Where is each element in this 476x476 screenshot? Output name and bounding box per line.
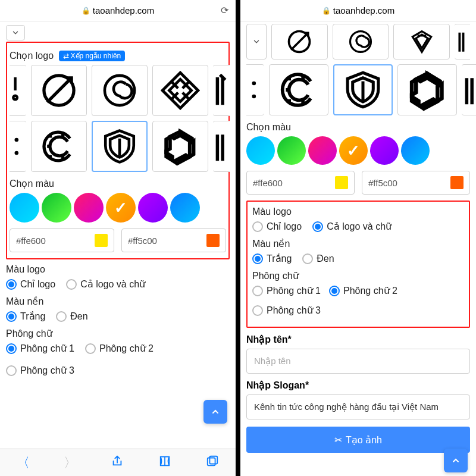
phong-radios-right: Phông chữ 1 Phông chữ 2 Phông chữ 3 [252, 285, 464, 316]
mau-nen-title-left: Màu nền [6, 296, 230, 307]
slogan-label: Nhập Slogan* [246, 380, 470, 391]
swatch-blue[interactable] [401, 136, 430, 165]
scissors-icon: ✂ [334, 434, 342, 446]
swatch-pink[interactable] [308, 136, 337, 165]
radio-phong-3[interactable]: Phông chữ 3 [6, 365, 230, 376]
radio-den[interactable]: Đen [302, 253, 334, 264]
bookmarks-icon[interactable] [158, 455, 172, 471]
logo-option-edge-left[interactable] [246, 64, 264, 115]
hex-input-2[interactable]: #ff5c00 [121, 228, 226, 252]
radio-phong-1[interactable]: Phông chữ 1 [6, 343, 74, 354]
hex-chip-orange [206, 234, 220, 247]
chevron-up-icon [211, 407, 220, 416]
swatch-orange-selected[interactable]: ✓ [106, 193, 136, 223]
logo-option-edge-left-1[interactable] [10, 65, 26, 116]
mau-logo-radios-left: Chỉ logo Cả logo và chữ [6, 278, 230, 290]
logo-option-edge-right-1[interactable] [213, 65, 230, 116]
swatch-pink[interactable] [74, 193, 104, 223]
hex-input-2[interactable]: #ff5c00 [362, 171, 470, 195]
logo-grid [10, 65, 226, 172]
logo-option-edge-right[interactable] [455, 24, 470, 60]
logo-option-diamond-maze[interactable] [152, 65, 208, 116]
logo-option-arrow-circle[interactable] [31, 65, 87, 116]
mau-logo-title-left: Màu logo [6, 264, 230, 275]
swatch-purple[interactable] [138, 193, 168, 223]
logo-option-s-circle[interactable] [92, 65, 148, 116]
radio-chi-logo[interactable]: Chỉ logo [252, 221, 302, 232]
swatch-purple[interactable] [370, 136, 399, 165]
mau-nen-radios-right: Trắng Đen [252, 253, 464, 264]
collapse-toggle-right[interactable] [246, 24, 267, 60]
radio-ca-logo-va-chu[interactable]: Cả logo và chữ [312, 221, 392, 232]
radio-phong-2[interactable]: Phông chữ 2 [329, 285, 397, 296]
shuffle-button[interactable]: ⇄Xếp ngẫu nhiên [59, 51, 126, 61]
chevron-down-icon [252, 37, 261, 46]
svg-point-4 [15, 138, 19, 142]
swatch-cyan[interactable] [10, 193, 39, 223]
logo-option-shield-selected[interactable] [92, 121, 148, 172]
logo-option-shield-selected[interactable] [333, 64, 393, 115]
slogan-input[interactable]: Kênh tin tức công nghệ hàng đầu tại Việt… [246, 394, 470, 419]
radio-chi-logo[interactable]: Chỉ logo [6, 278, 55, 290]
logo-option-edge-right-2[interactable] [462, 64, 476, 115]
radio-phong-3[interactable]: Phông chữ 3 [252, 305, 464, 316]
hex-chip-yellow [95, 234, 108, 247]
logo-option-edge-left-2[interactable] [10, 121, 26, 172]
choose-color-title-left: Chọn màu [10, 178, 226, 189]
mau-nen-radios-left: Trắng Đen [6, 311, 230, 322]
mau-logo-radios-right: Chỉ logo Cả logo và chữ [252, 221, 464, 232]
scroll-top-button-right[interactable] [444, 449, 468, 472]
scroll-top-button-left[interactable] [203, 400, 227, 424]
mau-logo-title-right: Màu logo [252, 206, 464, 217]
svg-point-5 [15, 151, 19, 155]
url-host: taoanhdep.com [93, 5, 154, 15]
radio-ca-logo-va-chu[interactable]: Cả logo và chữ [66, 278, 145, 290]
url-bar: 🔒 taoanhdep.com ⟳ [0, 0, 236, 21]
collapse-toggle[interactable] [6, 25, 25, 40]
swatch-green[interactable] [42, 193, 71, 223]
hex-input-1[interactable]: #ffe600 [10, 228, 114, 252]
highlighted-section-right: Màu logo Chỉ logo Cả logo và chữ Màu nền… [246, 201, 470, 328]
nav-back-icon[interactable]: 〈 [17, 454, 30, 472]
swatch-orange-selected[interactable]: ✓ [339, 136, 368, 165]
radio-den[interactable]: Đen [56, 311, 87, 322]
logo-option-tri-swirl[interactable] [397, 64, 457, 115]
name-input[interactable]: Nhập tên [246, 349, 470, 374]
chevron-down-icon [11, 29, 20, 37]
swatch-cyan[interactable] [246, 136, 275, 165]
hex-chip-yellow [335, 176, 348, 189]
phong-radios-left: Phông chữ 1 Phông chữ 2 Phông chữ 3 [6, 343, 230, 376]
logo-option-edge-right-2[interactable] [213, 121, 230, 172]
phong-title-left: Phông chữ [6, 328, 230, 339]
logo-option-diamond-v[interactable] [393, 24, 450, 60]
svg-point-10 [252, 82, 256, 86]
color-swatches-right: ✓ [246, 136, 470, 165]
hex-row-left: #ffe600 #ff5c00 [10, 228, 226, 252]
swatch-green[interactable] [277, 136, 306, 165]
radio-trang[interactable]: Trắng [252, 253, 292, 264]
choose-logo-title: Chọn logo ⇄Xếp ngẫu nhiên [10, 50, 226, 61]
refresh-icon[interactable]: ⟳ [221, 5, 228, 16]
logo-option-arrow-circle[interactable] [271, 24, 328, 60]
choose-color-title-right: Chọn màu [246, 121, 470, 133]
svg-point-9 [350, 32, 371, 52]
logo-option-c-maze[interactable] [269, 64, 328, 115]
tabs-icon[interactable] [206, 455, 219, 471]
svg-point-11 [252, 95, 256, 99]
logo-option-c-maze[interactable] [31, 121, 87, 172]
safari-toolbar: 〈 〉 [0, 449, 236, 476]
svg-point-1 [105, 76, 134, 105]
create-image-button[interactable]: ✂ Tạo ảnh [246, 427, 470, 453]
radio-trang[interactable]: Trắng [6, 311, 45, 322]
radio-phong-2[interactable]: Phông chữ 2 [85, 343, 154, 354]
share-icon[interactable] [111, 455, 124, 471]
logo-option-s-circle[interactable] [333, 24, 389, 60]
swatch-blue[interactable] [170, 193, 200, 223]
url-bar-right: 🔒 taoanhdep.com [240, 0, 476, 21]
hex-row-right: #ffe600 #ff5c00 [246, 171, 470, 195]
logo-option-tri-swirl[interactable] [152, 121, 208, 172]
hex-chip-orange [450, 176, 464, 189]
hex-input-1[interactable]: #ffe600 [246, 171, 355, 195]
logo-grid-row1-right [246, 24, 470, 60]
radio-phong-1[interactable]: Phông chữ 1 [252, 285, 321, 296]
